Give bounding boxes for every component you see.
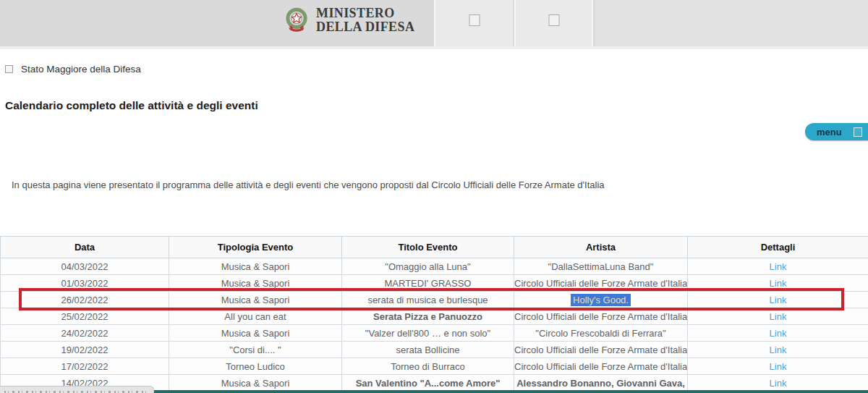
cell-artista: "DallaSettimaLuna Band" — [514, 258, 688, 275]
cell-tipologia: All you can eat — [169, 308, 342, 325]
detail-link[interactable]: Link — [770, 345, 787, 355]
col-header-titolo: Titolo Evento — [342, 237, 514, 258]
ministry-logo[interactable]: MINISTERO DELLA DIFESA — [284, 7, 414, 35]
breadcrumb[interactable]: Stato Maggiore della Difesa — [5, 64, 141, 75]
header-spacer — [595, 0, 868, 46]
cell-data: 26/02/2022 — [1, 292, 169, 308]
detail-link[interactable]: Link — [770, 278, 787, 289]
cell-titolo: Torneo di Burraco — [342, 358, 514, 375]
cell-data: 04/03/2022 — [1, 258, 169, 275]
ministry-name: MINISTERO DELLA DIFESA — [316, 7, 414, 35]
detail-link[interactable]: Link — [770, 378, 787, 389]
col-header-tipologia: Tipologia Evento — [169, 237, 342, 258]
page-title: Calendario completo delle attività e deg… — [5, 99, 258, 112]
cell-dettagli: Link — [688, 308, 868, 325]
cell-tipologia: Musica & Sapori — [169, 292, 342, 308]
cell-titolo: "Valzer dell'800 … e non solo" — [342, 325, 514, 342]
menu-button-label: menu — [817, 127, 842, 138]
cell-tipologia: Musica & Sapori — [169, 258, 342, 275]
header-placeholder-icon — [548, 14, 559, 26]
cell-dettagli: Link — [688, 342, 868, 358]
cell-dettagli: Link — [688, 292, 868, 308]
intro-text: In questa pagina viene presentato il pro… — [12, 179, 605, 190]
cell-tipologia: Torneo Ludico — [169, 358, 342, 375]
selected-text: Holly's Good. — [571, 294, 631, 306]
col-header-data: Data — [1, 237, 169, 258]
col-header-dettagli: Dettagli — [688, 237, 868, 258]
cell-data: 17/02/2022 — [1, 358, 169, 375]
cell-titolo: San Valentino "A...come Amore" — [342, 375, 514, 392]
cell-data: 24/02/2022 — [1, 325, 169, 342]
cell-tipologia: Musica & Sapori — [169, 325, 342, 342]
cell-tipologia: Musica & Sapori — [169, 375, 342, 392]
detail-link[interactable]: Link — [770, 361, 787, 372]
events-table: Data Tipologia Evento Titolo Evento Arti… — [0, 236, 868, 392]
cell-titolo: Serata Pizza e Panuozzo — [342, 308, 514, 325]
cell-dettagli: Link — [688, 325, 868, 342]
table-row: 01/03/2022 Musica & Sapori MARTEDI' GRAS… — [1, 275, 868, 292]
cell-artista: Circolo Ufficiali delle Forze Armate d'I… — [514, 308, 688, 325]
status-tooltip — [0, 386, 154, 393]
table-row-highlighted: 26/02/2022 Musica & Sapori serata di mus… — [1, 292, 868, 308]
detail-link[interactable]: Link — [770, 328, 787, 339]
table-row: 25/02/2022 All you can eat Serata Pizza … — [1, 308, 868, 325]
detail-link[interactable]: Link — [770, 295, 787, 305]
cell-data: 01/03/2022 — [1, 275, 169, 292]
cell-titolo: serata di musica e burlesque — [342, 292, 514, 308]
cell-artista: Circolo Ufficiali delle Forze Armate d'I… — [514, 342, 688, 358]
header-action-left[interactable] — [434, 0, 513, 46]
header-placeholder-icon — [469, 14, 480, 26]
cell-artista: "Circolo Frescobaldi di Ferrara" — [514, 325, 688, 342]
table-header-row: Data Tipologia Evento Titolo Evento Arti… — [1, 237, 868, 258]
cell-tipologia: "Corsi di.... " — [169, 342, 342, 358]
col-header-artista: Artista — [514, 237, 688, 258]
table-row: 19/02/2022 "Corsi di.... " serata Bollic… — [1, 342, 868, 358]
cell-titolo: serata Bollicine — [342, 342, 514, 358]
cell-titolo: MARTEDI' GRASSO — [342, 275, 514, 292]
table-row: 17/02/2022 Torneo Ludico Torneo di Burra… — [1, 358, 868, 375]
header-action-right[interactable] — [514, 0, 593, 46]
cell-artista: Circolo Ufficiali delle Forze Armate d'I… — [514, 275, 688, 292]
menu-placeholder-icon — [854, 127, 862, 137]
table-row: 24/02/2022 Musica & Sapori "Valzer dell'… — [1, 325, 868, 342]
cell-dettagli: Link — [688, 375, 868, 392]
detail-link[interactable]: Link — [770, 261, 787, 272]
breadcrumb-label: Stato Maggiore della Difesa — [21, 64, 141, 75]
breadcrumb-placeholder-icon — [5, 65, 13, 73]
cell-dettagli: Link — [688, 258, 868, 275]
italy-emblem-icon — [284, 7, 310, 34]
cell-dettagli: Link — [688, 275, 868, 292]
cell-titolo: "Omaggio alla Luna" — [342, 258, 514, 275]
cell-dettagli: Link — [688, 358, 868, 375]
cell-artista: Alessandro Bonanno, Giovanni Gava, — [514, 375, 688, 392]
cell-artista: Circolo Ufficiali delle Forze Armate d'I… — [514, 358, 688, 375]
table-row: 04/03/2022 Musica & Sapori "Omaggio alla… — [1, 258, 868, 275]
site-header: MINISTERO DELLA DIFESA — [0, 0, 868, 49]
detail-link[interactable]: Link — [770, 311, 787, 322]
cell-data: 19/02/2022 — [1, 342, 169, 358]
cell-tipologia: Musica & Sapori — [169, 275, 342, 292]
menu-button[interactable]: menu — [805, 123, 868, 140]
cell-artista: Holly's Good. — [514, 292, 688, 308]
cell-data: 25/02/2022 — [1, 308, 169, 325]
